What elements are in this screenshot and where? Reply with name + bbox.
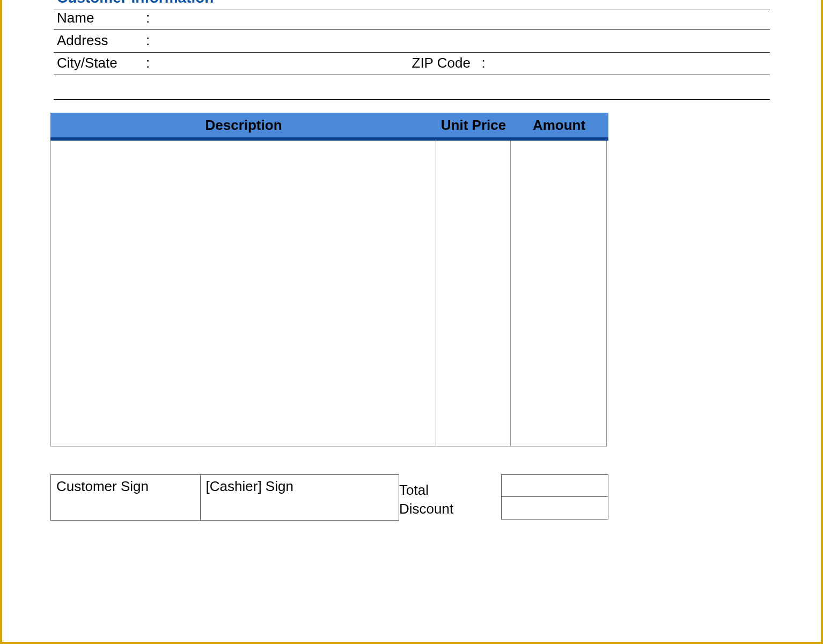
cell-description[interactable] — [50, 141, 436, 447]
cell-unit-price[interactable] — [436, 141, 510, 447]
totals-block: Total Discount — [399, 474, 608, 521]
address-row: Address : — [54, 30, 770, 53]
address-label: Address — [57, 32, 146, 49]
table-body — [50, 141, 608, 447]
address-value[interactable] — [159, 32, 767, 49]
cashier-sign-label: [Cashier] Sign — [206, 478, 293, 494]
city-zip-row: City/State : ZIP Code : — [54, 53, 770, 75]
line-items-table: Description Unit Price Amount — [50, 113, 608, 447]
cashier-sign-box[interactable]: [Cashier] Sign — [200, 474, 399, 521]
col-unit-price: Unit Price — [436, 117, 511, 134]
name-value[interactable] — [159, 10, 767, 26]
col-amount: Amount — [511, 117, 607, 134]
cell-amount[interactable] — [510, 141, 607, 447]
total-label: Total — [399, 482, 501, 499]
divider-line — [54, 78, 770, 100]
colon: : — [146, 32, 159, 49]
customer-sign-label: Customer Sign — [56, 478, 149, 494]
table-header: Description Unit Price Amount — [50, 113, 608, 137]
citystate-label: City/State — [57, 55, 146, 71]
name-label: Name — [57, 10, 146, 26]
footer-row: Customer Sign [Cashier] Sign Total Disco… — [50, 474, 608, 521]
customer-info-block: Name : Address : City/State : ZIP Code : — [54, 8, 770, 100]
discount-value[interactable] — [501, 497, 608, 519]
total-value[interactable] — [501, 474, 608, 497]
colon: : — [146, 10, 159, 26]
col-description: Description — [51, 117, 436, 134]
citystate-value[interactable] — [159, 55, 363, 71]
colon: : — [482, 55, 495, 71]
name-row: Name : — [54, 8, 770, 30]
colon: : — [146, 55, 159, 71]
customer-sign-box[interactable]: Customer Sign — [50, 474, 200, 521]
discount-label: Discount — [399, 501, 501, 517]
zip-label: ZIP Code — [412, 55, 482, 71]
zip-value[interactable] — [495, 55, 767, 71]
